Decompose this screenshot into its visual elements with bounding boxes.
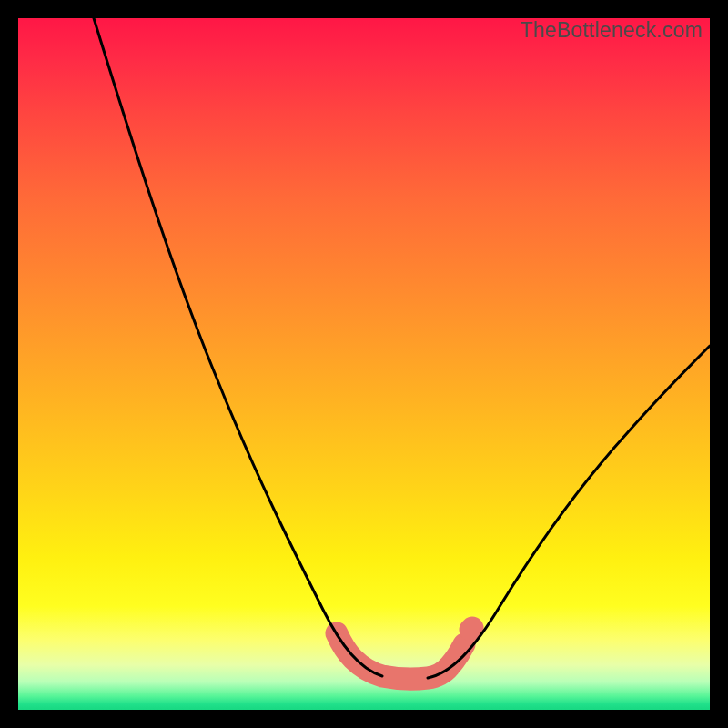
chart-svg bbox=[18, 18, 710, 710]
plot-area: TheBottleneck.com bbox=[18, 18, 710, 710]
valley-highlight-dot bbox=[470, 628, 472, 630]
left-bottleneck-curve bbox=[94, 18, 382, 676]
outer-frame: TheBottleneck.com bbox=[0, 0, 728, 728]
